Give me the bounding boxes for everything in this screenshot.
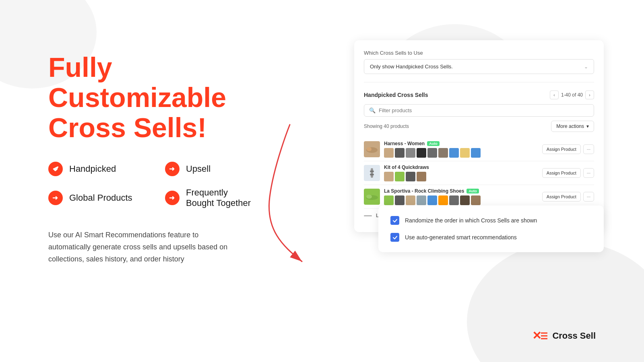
product-thumbnail <box>364 189 380 205</box>
feature-global-label: Global Products <box>69 193 132 203</box>
svg-text:✕: ✕ <box>532 330 541 342</box>
svg-rect-10 <box>370 174 374 175</box>
checkbox-smart-label: Use auto-generated smart recommendations <box>405 234 517 241</box>
product-actions: Assign Product ··· <box>542 144 594 154</box>
thumb-small <box>395 148 405 158</box>
thumb-small <box>417 172 426 181</box>
more-actions-button[interactable]: More actions ▾ <box>551 121 594 132</box>
product-info: Harness - Women Auto <box>384 141 538 158</box>
cross-sells-select-value: Only show Handpicked Cross Sells. <box>370 64 453 70</box>
pagination: ‹ 1-40 of 40 › <box>550 90 594 99</box>
feature-handpicked-label: Handpicked <box>69 164 116 174</box>
product-name-row: Kit of 4 Quickdraws <box>384 165 538 170</box>
product-thumbnail <box>364 141 380 157</box>
select-arrow-icon: ⌄ <box>584 64 588 70</box>
product-info: La Sportiva - Rock Climbing Shoes Auto <box>384 188 538 205</box>
thumb-small <box>449 195 459 205</box>
main-ui-card: Which Cross Sells to Use Only show Handp… <box>354 40 604 232</box>
assign-product-button[interactable]: Assign Product <box>542 144 581 154</box>
auto-badge: Auto <box>427 141 440 146</box>
product-thumbnail <box>364 165 380 181</box>
thumb-small <box>384 195 394 205</box>
svg-rect-8 <box>371 168 373 178</box>
products-toolbar: Showing 40 products More actions ▾ <box>364 121 594 132</box>
thumb-small <box>460 148 470 158</box>
cross-sells-select[interactable]: Only show Handpicked Cross Sells. ⌄ <box>364 59 594 74</box>
brand-name: Cross Sell <box>552 331 596 341</box>
product-actions: Assign Product ··· <box>542 192 594 202</box>
handpicked-title: Handpicked Cross Sells <box>364 92 428 98</box>
thumb-small <box>471 195 481 205</box>
cross-sells-label: Which Cross Sells to Use <box>364 50 594 56</box>
checkbox-item-smart: Use auto-generated smart recommendations <box>390 233 592 242</box>
thumb-small <box>406 172 415 181</box>
product-thumbnails <box>384 148 538 158</box>
thumb-small <box>449 148 459 158</box>
product-name-row: La Sportiva - Rock Climbing Shoes Auto <box>384 188 538 194</box>
more-options-button[interactable]: ··· <box>583 144 594 154</box>
thumb-small <box>438 195 448 205</box>
more-options-button[interactable]: ··· <box>583 192 594 202</box>
handpicked-icon <box>48 162 63 176</box>
checkbox-card: Randomize the order in which Cross Sells… <box>378 206 604 252</box>
thumb-small <box>406 148 415 158</box>
pagination-prev[interactable]: ‹ <box>550 90 559 99</box>
svg-point-12 <box>366 195 372 199</box>
upsell-icon <box>165 162 180 176</box>
product-info: Kit of 4 Quickdraws <box>384 165 538 181</box>
checkbox-randomize-label: Randomize the order in which Cross Sells… <box>405 217 537 224</box>
thumb-small <box>395 195 405 205</box>
search-box[interactable]: 🔍 <box>364 104 594 117</box>
product-row: Harness - Women Auto Assign Product <box>364 138 594 161</box>
bg-shape-bottom-right <box>467 241 644 362</box>
frequently-bought-icon <box>165 191 180 205</box>
product-thumbnails <box>384 172 538 181</box>
product-name: Harness - Women <box>384 141 425 146</box>
thumb-small <box>384 172 394 181</box>
brand-logo: ✕ Cross Sell <box>532 330 596 342</box>
features-grid: Handpicked Upsell Global Products Freque… <box>48 162 258 208</box>
product-actions: Assign Product ··· <box>542 168 594 178</box>
feature-frequently-bought-label: FrequentlyBought Together <box>186 187 251 208</box>
svg-rect-9 <box>370 171 374 172</box>
thumb-small <box>395 172 405 181</box>
thumb-small <box>417 195 426 205</box>
products-count: Showing 40 products <box>364 123 409 129</box>
checkbox-smart-icon[interactable] <box>390 233 399 242</box>
feature-upsell: Upsell <box>165 162 258 176</box>
thumb-small <box>427 195 437 205</box>
more-actions-label: More actions <box>556 123 584 129</box>
checkbox-item-randomize: Randomize the order in which Cross Sells… <box>390 216 592 225</box>
feature-handpicked: Handpicked <box>48 162 141 176</box>
brand-icon: ✕ <box>532 330 548 342</box>
pagination-next[interactable]: › <box>585 90 594 99</box>
pagination-text: 1-40 of 40 <box>561 92 583 98</box>
feature-upsell-label: Upsell <box>186 164 211 174</box>
assign-product-button[interactable]: Assign Product <box>542 192 581 202</box>
thumb-small <box>471 148 481 158</box>
product-name: La Sportiva - Rock Climbing Shoes <box>384 188 464 194</box>
decorative-arrow <box>258 117 338 271</box>
feature-frequently-bought: FrequentlyBought Together <box>165 187 258 208</box>
search-input[interactable] <box>379 107 589 113</box>
global-icon <box>48 191 63 205</box>
assign-product-button[interactable]: Assign Product <box>542 168 581 178</box>
right-panel: Which Cross Sells to Use Only show Handp… <box>354 40 604 240</box>
product-name-row: Harness - Women Auto <box>384 141 538 146</box>
search-icon: 🔍 <box>369 107 376 113</box>
thumb-small <box>417 148 426 158</box>
thumb-small <box>384 148 394 158</box>
divider-1 <box>364 82 594 82</box>
thumb-small <box>438 148 448 158</box>
svg-point-7 <box>367 147 372 151</box>
description-text: Use our AI Smart Recommendations feature… <box>48 229 242 265</box>
thumb-small <box>406 195 415 205</box>
handpicked-header: Handpicked Cross Sells ‹ 1-40 of 40 › <box>364 90 594 99</box>
feature-global: Global Products <box>48 187 141 208</box>
auto-badge: Auto <box>466 189 479 193</box>
more-options-button[interactable]: ··· <box>583 168 594 178</box>
loading-dash <box>364 215 372 216</box>
more-actions-chevron: ▾ <box>586 123 589 129</box>
product-name: Kit of 4 Quickdraws <box>384 165 429 170</box>
checkbox-randomize-icon[interactable] <box>390 216 399 225</box>
